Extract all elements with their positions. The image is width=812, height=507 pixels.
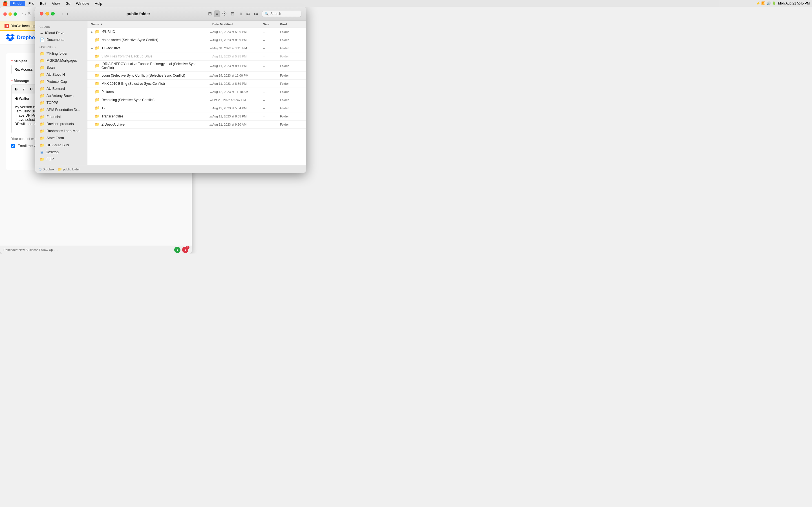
file-size: -- bbox=[263, 74, 280, 77]
sidebar-item-au-bernard[interactable]: 📁 AU Bernard bbox=[36, 86, 86, 92]
sort-arrow: ▼ bbox=[100, 23, 103, 25]
filelist-header: Name ▼ Date Modified Size Kind bbox=[87, 21, 306, 28]
icon-view-button[interactable]: ⊞ bbox=[207, 10, 213, 17]
more-button[interactable]: ●● bbox=[253, 11, 259, 17]
forward-button[interactable]: › bbox=[24, 11, 26, 17]
finder-close-button[interactable] bbox=[40, 12, 43, 15]
sidebar-item-state-farm[interactable]: 📁 State Farm bbox=[36, 135, 86, 142]
sidebar-item-sean[interactable]: 📁 Sean bbox=[36, 64, 86, 71]
sidebar-item-icloud-drive[interactable]: ☁ iCloud Drive bbox=[36, 30, 86, 36]
finder-search[interactable]: 🔍 bbox=[262, 11, 301, 17]
table-row[interactable]: 📁 Loum (Selective Sync Conflict) (Select… bbox=[87, 71, 306, 80]
search-input[interactable] bbox=[270, 12, 299, 16]
sidebar-item-documents[interactable]: 📄 Documents bbox=[36, 36, 86, 43]
expand-arrow[interactable]: ▶ bbox=[91, 31, 95, 34]
desktop-folder-icon: 🖥 bbox=[40, 150, 44, 154]
table-row[interactable]: 📁 Pictures ☁ Aug 12, 2023 at 11:10 AM --… bbox=[87, 88, 306, 96]
tag-button[interactable]: 🏷 bbox=[245, 11, 251, 17]
folder-icon: 📁 bbox=[95, 106, 100, 111]
dropbox-logo-icon bbox=[6, 34, 15, 42]
sidebar-item-fop[interactable]: 📁 FOP bbox=[36, 156, 86, 163]
email-checkbox[interactable] bbox=[11, 144, 15, 148]
sidebar-item-rushmore[interactable]: 📁 Rushmore Loan Mod bbox=[36, 128, 86, 134]
cloud-icon: ☁ bbox=[209, 90, 212, 94]
sidebar-item-uh-ahuja[interactable]: 📁 UH Ahuja Bills bbox=[36, 142, 86, 149]
table-row[interactable]: 📁 T2 ☁ Aug 12, 2023 at 5:34 PM -- Folder bbox=[87, 104, 306, 112]
menubar-go[interactable]: Go bbox=[63, 1, 72, 6]
file-kind: Folder bbox=[280, 82, 303, 86]
finder-forward-button[interactable]: › bbox=[65, 11, 70, 17]
minimize-button[interactable] bbox=[8, 12, 12, 16]
sidebar-item-desktop[interactable]: 🖥 Desktop bbox=[36, 149, 86, 156]
apple-menu[interactable]: 🍎 bbox=[2, 1, 8, 6]
table-row[interactable]: 📁 MKK 2010 Billing (Selective Sync Confl… bbox=[87, 80, 306, 88]
table-row[interactable]: 📁 Transcendfiles ☁ Aug 11, 2023 at 8:55 … bbox=[87, 112, 306, 121]
expand-arrow[interactable]: ▶ bbox=[91, 47, 95, 50]
green-status-icon: ● bbox=[174, 247, 181, 253]
au-steve-folder-icon: 📁 bbox=[40, 72, 45, 77]
file-kind: Folder bbox=[280, 64, 303, 68]
close-button[interactable] bbox=[3, 12, 7, 16]
sidebar-item-au-steve[interactable]: 📁 AU Steve H bbox=[36, 71, 86, 78]
column-view-button[interactable]: ⦿ bbox=[221, 10, 228, 17]
bold-button[interactable]: B bbox=[13, 87, 19, 92]
file-name: 3 My Files from the Back up Drive bbox=[101, 54, 208, 58]
italic-button[interactable]: I bbox=[21, 87, 26, 92]
table-row[interactable]: ▶ 📁 *PUBLIC ☁ Aug 12, 2023 at 5:06 PM --… bbox=[87, 28, 306, 36]
gmail-icon: M bbox=[4, 24, 9, 28]
table-row[interactable]: 📁 IDRIA ENERGY et al vs Tuapse Refinergy… bbox=[87, 61, 306, 71]
red-status-icon: ● 1 bbox=[182, 247, 188, 253]
sidebar-item-au-antony[interactable]: 📁 Au Antony Brown bbox=[36, 93, 86, 99]
table-row[interactable]: 📁 Recording (Selective Sync Conflict) ☁ … bbox=[87, 96, 306, 104]
sidebar-item-mgrsa[interactable]: 📁 MGRSA Mortgages bbox=[36, 57, 86, 64]
table-row[interactable]: 📁 *to be sorted (Selective Sync Conflict… bbox=[87, 36, 306, 44]
sidebar-item-apm[interactable]: 📁 APM Foundation Dr... bbox=[36, 107, 86, 113]
menubar-file[interactable]: File bbox=[26, 1, 37, 6]
menubar-edit[interactable]: Edit bbox=[38, 1, 49, 6]
file-kind: Folder bbox=[280, 90, 303, 94]
table-row[interactable]: 📁 3 My Files from the Back up Drive ☁ Au… bbox=[87, 52, 306, 61]
finder-back-button[interactable]: ‹ bbox=[60, 11, 64, 17]
menubar-view[interactable]: View bbox=[50, 1, 62, 6]
col-modified-header[interactable]: Date Modified bbox=[212, 22, 263, 26]
menubar-finder[interactable]: Finder bbox=[10, 1, 25, 6]
file-modified: Aug 14, 2023 at 12:00 PM bbox=[212, 74, 263, 77]
col-size-header[interactable]: Size bbox=[263, 22, 280, 26]
mgrsa-folder-icon: 📁 bbox=[40, 58, 45, 63]
sidebar-item-protocol[interactable]: 📁 Protocol Cap bbox=[36, 78, 86, 85]
file-size: -- bbox=[263, 55, 280, 58]
browser-status-bar: Reminder: New Business Follow Up - ... ●… bbox=[0, 245, 192, 253]
file-name: Loum (Selective Sync Conflict) (Selectiv… bbox=[101, 73, 208, 77]
file-kind: Folder bbox=[280, 55, 303, 58]
finder-window-controls bbox=[40, 12, 55, 15]
reload-button[interactable]: ↻ bbox=[28, 11, 32, 17]
sidebar-item-label: Financial bbox=[47, 115, 61, 119]
maximize-button[interactable] bbox=[13, 12, 17, 16]
sidebar-item-label: UH Ahuja Bills bbox=[47, 143, 69, 147]
sidebar-item-topps[interactable]: 📁 TOPPS bbox=[36, 100, 86, 106]
menubar-window[interactable]: Window bbox=[74, 1, 91, 6]
col-kind-header[interactable]: Kind bbox=[280, 22, 303, 26]
table-row[interactable]: 📁 Z Deep Archive ☁ Aug 11, 2023 at 9:30 … bbox=[87, 121, 306, 129]
sidebar-item-financial[interactable]: 📁 Financial bbox=[36, 114, 86, 120]
cloud-icon: ☁ bbox=[209, 98, 212, 102]
sidebar-item-davison[interactable]: 📁 Davison products bbox=[36, 121, 86, 127]
sean-folder-icon: 📁 bbox=[40, 65, 45, 70]
finder-minimize-button[interactable] bbox=[45, 12, 49, 15]
menubar: 🍎 Finder File Edit View Go Window Help ⚡… bbox=[0, 0, 406, 7]
table-row[interactable]: ▶ 📁 1 BlackDrive ☁ May 31, 2023 at 2:23 … bbox=[87, 44, 306, 52]
underline-button[interactable]: U bbox=[28, 87, 34, 92]
sidebar-item-filing[interactable]: 📁 **Filing folder bbox=[36, 50, 86, 57]
list-view-button[interactable]: ≡ bbox=[214, 10, 220, 17]
file-modified: Aug 11, 2023 at 8:59 PM bbox=[212, 38, 263, 42]
sidebar-item-label: AU Steve H bbox=[47, 73, 65, 76]
gallery-view-button[interactable]: ⊟ bbox=[229, 10, 236, 17]
favorites-section-label: Favorites bbox=[35, 43, 87, 50]
back-button[interactable]: ‹ bbox=[21, 11, 23, 17]
share-button[interactable]: ⬆ bbox=[239, 11, 244, 17]
col-name-header[interactable]: Name ▼ bbox=[91, 22, 212, 26]
cloud-icon: ☁ bbox=[209, 115, 212, 118]
finder-sidebar: iCloud ☁ iCloud Drive 📄 Documents Favori… bbox=[35, 21, 87, 165]
menubar-help[interactable]: Help bbox=[93, 1, 105, 6]
finder-maximize-button[interactable] bbox=[51, 12, 55, 15]
